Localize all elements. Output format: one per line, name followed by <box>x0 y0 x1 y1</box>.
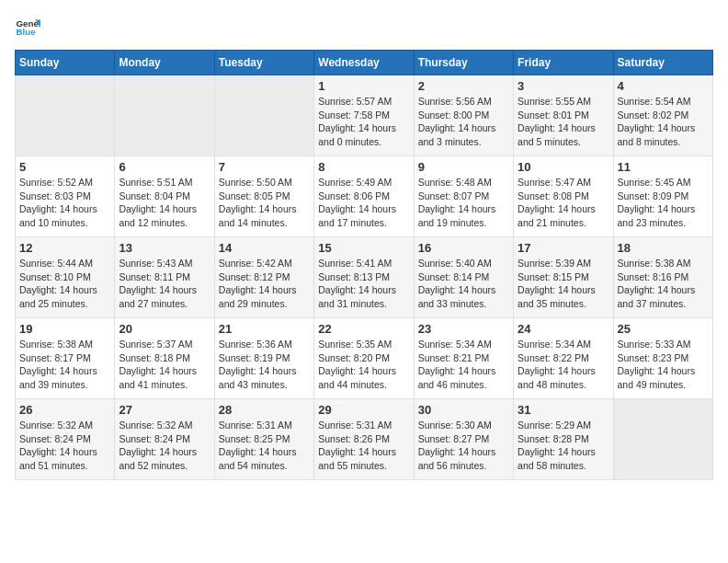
day-info: Sunrise: 5:42 AMSunset: 8:12 PMDaylight:… <box>219 257 310 311</box>
calendar-cell: 1Sunrise: 5:57 AMSunset: 7:58 PMDaylight… <box>314 75 414 156</box>
weekday-header-wednesday: Wednesday <box>314 51 414 75</box>
day-info: Sunrise: 5:57 AMSunset: 7:58 PMDaylight:… <box>318 95 409 149</box>
day-number: 17 <box>518 241 609 255</box>
day-info: Sunrise: 5:35 AMSunset: 8:20 PMDaylight:… <box>318 338 409 392</box>
day-number: 5 <box>19 160 110 174</box>
calendar-cell: 14Sunrise: 5:42 AMSunset: 8:12 PMDayligh… <box>214 237 313 318</box>
day-info: Sunrise: 5:40 AMSunset: 8:14 PMDaylight:… <box>418 257 509 311</box>
day-info: Sunrise: 5:36 AMSunset: 8:19 PMDaylight:… <box>219 338 310 392</box>
day-number: 2 <box>418 79 509 93</box>
calendar-cell: 30Sunrise: 5:30 AMSunset: 8:27 PMDayligh… <box>414 399 513 480</box>
day-number: 7 <box>219 160 310 174</box>
calendar-cell: 4Sunrise: 5:54 AMSunset: 8:02 PMDaylight… <box>613 75 712 156</box>
day-info: Sunrise: 5:34 AMSunset: 8:21 PMDaylight:… <box>418 338 509 392</box>
calendar-cell: 5Sunrise: 5:52 AMSunset: 8:03 PMDaylight… <box>16 156 115 237</box>
calendar-week-row: 1Sunrise: 5:57 AMSunset: 7:58 PMDaylight… <box>16 75 713 156</box>
weekday-header-friday: Friday <box>514 51 613 75</box>
calendar-cell: 7Sunrise: 5:50 AMSunset: 8:05 PMDaylight… <box>214 156 313 237</box>
weekday-header-saturday: Saturday <box>613 51 712 75</box>
day-number: 15 <box>318 241 409 255</box>
calendar-cell <box>214 75 313 156</box>
calendar-cell: 16Sunrise: 5:40 AMSunset: 8:14 PMDayligh… <box>414 237 513 318</box>
day-info: Sunrise: 5:34 AMSunset: 8:22 PMDaylight:… <box>518 338 609 392</box>
day-number: 20 <box>119 322 210 336</box>
calendar-cell: 19Sunrise: 5:38 AMSunset: 8:17 PMDayligh… <box>16 318 115 399</box>
day-number: 24 <box>518 322 609 336</box>
weekday-header-tuesday: Tuesday <box>214 51 313 75</box>
day-number: 27 <box>119 403 210 417</box>
day-number: 18 <box>618 241 709 255</box>
calendar-cell: 2Sunrise: 5:56 AMSunset: 8:00 PMDaylight… <box>414 75 513 156</box>
day-number: 9 <box>418 160 509 174</box>
day-number: 26 <box>19 403 110 417</box>
day-number: 16 <box>418 241 509 255</box>
day-info: Sunrise: 5:55 AMSunset: 8:01 PMDaylight:… <box>518 95 609 149</box>
calendar-cell: 18Sunrise: 5:38 AMSunset: 8:16 PMDayligh… <box>613 237 712 318</box>
calendar-cell: 17Sunrise: 5:39 AMSunset: 8:15 PMDayligh… <box>514 237 613 318</box>
day-info: Sunrise: 5:39 AMSunset: 8:15 PMDaylight:… <box>518 257 609 311</box>
day-number: 21 <box>219 322 310 336</box>
day-info: Sunrise: 5:47 AMSunset: 8:08 PMDaylight:… <box>518 176 609 230</box>
day-number: 8 <box>318 160 409 174</box>
calendar-week-row: 26Sunrise: 5:32 AMSunset: 8:24 PMDayligh… <box>16 399 713 480</box>
calendar-table: SundayMondayTuesdayWednesdayThursdayFrid… <box>15 50 713 480</box>
day-number: 30 <box>418 403 509 417</box>
day-number: 22 <box>318 322 409 336</box>
calendar-cell: 31Sunrise: 5:29 AMSunset: 8:28 PMDayligh… <box>514 399 613 480</box>
day-info: Sunrise: 5:41 AMSunset: 8:13 PMDaylight:… <box>318 257 409 311</box>
calendar-cell: 11Sunrise: 5:45 AMSunset: 8:09 PMDayligh… <box>613 156 712 237</box>
day-info: Sunrise: 5:31 AMSunset: 8:25 PMDaylight:… <box>219 419 310 473</box>
day-info: Sunrise: 5:50 AMSunset: 8:05 PMDaylight:… <box>219 176 310 230</box>
logo-icon: General Blue <box>15 15 40 40</box>
day-info: Sunrise: 5:49 AMSunset: 8:06 PMDaylight:… <box>318 176 409 230</box>
calendar-cell <box>115 75 214 156</box>
calendar-cell: 28Sunrise: 5:31 AMSunset: 8:25 PMDayligh… <box>214 399 313 480</box>
day-number: 10 <box>518 160 609 174</box>
day-info: Sunrise: 5:45 AMSunset: 8:09 PMDaylight:… <box>618 176 709 230</box>
day-number: 28 <box>219 403 310 417</box>
weekday-header-row: SundayMondayTuesdayWednesdayThursdayFrid… <box>16 51 713 75</box>
logo: General Blue <box>15 15 46 40</box>
calendar-cell: 25Sunrise: 5:33 AMSunset: 8:23 PMDayligh… <box>613 318 712 399</box>
calendar-cell: 20Sunrise: 5:37 AMSunset: 8:18 PMDayligh… <box>115 318 214 399</box>
day-number: 6 <box>119 160 210 174</box>
calendar-cell: 9Sunrise: 5:48 AMSunset: 8:07 PMDaylight… <box>414 156 513 237</box>
day-info: Sunrise: 5:56 AMSunset: 8:00 PMDaylight:… <box>418 95 509 149</box>
day-number: 31 <box>518 403 609 417</box>
calendar-cell: 27Sunrise: 5:32 AMSunset: 8:24 PMDayligh… <box>115 399 214 480</box>
calendar-week-row: 5Sunrise: 5:52 AMSunset: 8:03 PMDaylight… <box>16 156 713 237</box>
day-info: Sunrise: 5:30 AMSunset: 8:27 PMDaylight:… <box>418 419 509 473</box>
day-info: Sunrise: 5:32 AMSunset: 8:24 PMDaylight:… <box>19 419 110 473</box>
day-info: Sunrise: 5:51 AMSunset: 8:04 PMDaylight:… <box>119 176 210 230</box>
calendar-cell: 29Sunrise: 5:31 AMSunset: 8:26 PMDayligh… <box>314 399 414 480</box>
calendar-cell: 26Sunrise: 5:32 AMSunset: 8:24 PMDayligh… <box>16 399 115 480</box>
day-info: Sunrise: 5:38 AMSunset: 8:16 PMDaylight:… <box>618 257 709 311</box>
calendar-cell: 15Sunrise: 5:41 AMSunset: 8:13 PMDayligh… <box>314 237 414 318</box>
day-number: 29 <box>318 403 409 417</box>
day-number: 23 <box>418 322 509 336</box>
day-info: Sunrise: 5:48 AMSunset: 8:07 PMDaylight:… <box>418 176 509 230</box>
day-number: 1 <box>318 79 409 93</box>
calendar-cell: 6Sunrise: 5:51 AMSunset: 8:04 PMDaylight… <box>115 156 214 237</box>
calendar-cell: 10Sunrise: 5:47 AMSunset: 8:08 PMDayligh… <box>514 156 613 237</box>
calendar-cell: 8Sunrise: 5:49 AMSunset: 8:06 PMDaylight… <box>314 156 414 237</box>
day-info: Sunrise: 5:33 AMSunset: 8:23 PMDaylight:… <box>618 338 709 392</box>
calendar-cell: 22Sunrise: 5:35 AMSunset: 8:20 PMDayligh… <box>314 318 414 399</box>
day-info: Sunrise: 5:31 AMSunset: 8:26 PMDaylight:… <box>318 419 409 473</box>
day-info: Sunrise: 5:32 AMSunset: 8:24 PMDaylight:… <box>119 419 210 473</box>
calendar-cell <box>613 399 712 480</box>
calendar-cell: 21Sunrise: 5:36 AMSunset: 8:19 PMDayligh… <box>214 318 313 399</box>
svg-text:Blue: Blue <box>16 27 36 37</box>
calendar-cell: 3Sunrise: 5:55 AMSunset: 8:01 PMDaylight… <box>514 75 613 156</box>
calendar-cell <box>16 75 115 156</box>
calendar-cell: 24Sunrise: 5:34 AMSunset: 8:22 PMDayligh… <box>514 318 613 399</box>
day-info: Sunrise: 5:38 AMSunset: 8:17 PMDaylight:… <box>19 338 110 392</box>
day-info: Sunrise: 5:29 AMSunset: 8:28 PMDaylight:… <box>518 419 609 473</box>
day-info: Sunrise: 5:43 AMSunset: 8:11 PMDaylight:… <box>119 257 210 311</box>
day-number: 13 <box>119 241 210 255</box>
page-header: General Blue <box>15 15 713 40</box>
day-info: Sunrise: 5:54 AMSunset: 8:02 PMDaylight:… <box>618 95 709 149</box>
day-number: 3 <box>518 79 609 93</box>
day-info: Sunrise: 5:37 AMSunset: 8:18 PMDaylight:… <box>119 338 210 392</box>
calendar-cell: 12Sunrise: 5:44 AMSunset: 8:10 PMDayligh… <box>16 237 115 318</box>
